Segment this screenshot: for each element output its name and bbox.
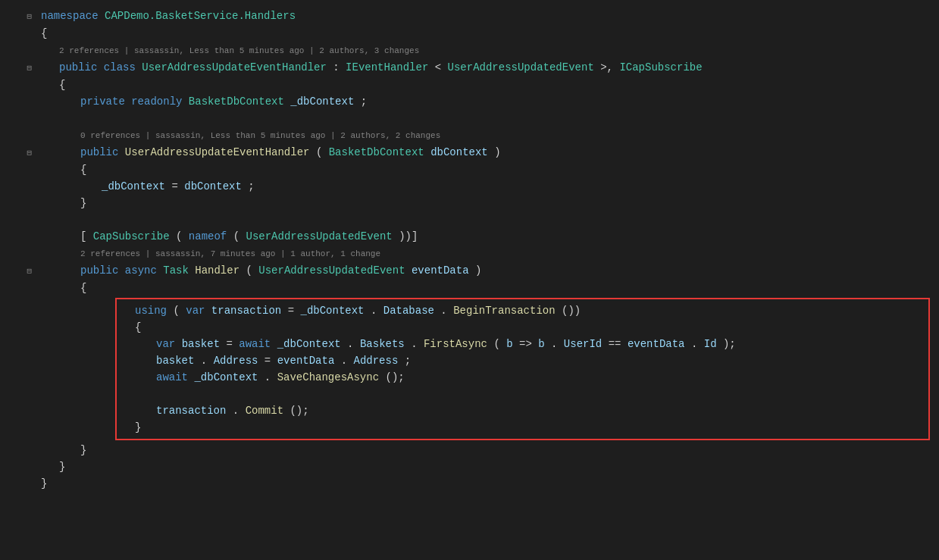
code-line-attribute: [ CapSubscribe ( nameof ( UserAddressUpd… [0,228,939,245]
collapse-class[interactable]: ⊟ [27,60,32,77]
code-line-commit: transaction . Commit (); [117,402,928,419]
collapse-constructor[interactable]: ⊟ [27,145,32,161]
code-line-private-field: private readonly BasketDbContext _dbCont… [0,93,939,110]
code-line-empty-1 [0,110,939,127]
gutter-namespace: ⊟ [8,8,38,25]
code-editor: ⊟ namespace CAPDemo.BasketService.Handle… [0,0,939,560]
code-line-savechanges: await _dbContext . SaveChangesAsync (); [117,369,928,386]
code-line-constructor: ⊟ public UserAddressUpdateEventHandler (… [0,144,939,161]
code-line-namespace: ⊟ namespace CAPDemo.BasketService.Handle… [0,8,939,25]
code-line-open-brace-class: { [0,77,939,93]
collapse-namespace[interactable]: ⊟ [27,8,32,25]
code-line-class-close: } [0,458,939,475]
code-line-class-decl: ⊟ public class UserAddressUpdateEventHan… [0,59,939,77]
code-line-meta-constructor: 0 references | sassassin, Less than 5 mi… [0,127,939,144]
code-line-empty-in-block [117,386,928,402]
code-line-namespace-close: } [0,475,939,492]
code-line-using-open: { [117,319,928,336]
code-line-handler-decl: ⊟ public async Task Handler ( UserAddres… [0,262,939,280]
code-line-empty-2 [0,211,939,228]
code-line-open-brace-ns: { [0,25,939,42]
collapse-handler[interactable]: ⊟ [27,263,32,280]
code-line-assign-context: _dbContext = dbContext ; [0,178,939,195]
code-line-using-close: } [117,419,928,436]
code-line-using: using ( var transaction = _dbContext . D… [117,302,928,319]
code-line-constructor-open: { [0,161,939,178]
code-line-handler-open: { [0,280,939,296]
code-line-basket-address: basket . Address = eventData . Address ; [117,352,928,369]
code-line-var-basket: var basket = await _dbContext . Baskets … [117,336,928,352]
code-line-meta-handler: 2 references | sassassin, 7 minutes ago … [0,245,939,262]
code-line-constructor-close: } [0,195,939,211]
highlighted-block: using ( var transaction = _dbContext . D… [115,298,930,440]
namespace-declaration: namespace CAPDemo.BasketService.Handlers [38,8,939,24]
code-line-handler-close: } [0,442,939,458]
code-line-meta-class: 2 references | sassassin, Less than 5 mi… [0,42,939,59]
